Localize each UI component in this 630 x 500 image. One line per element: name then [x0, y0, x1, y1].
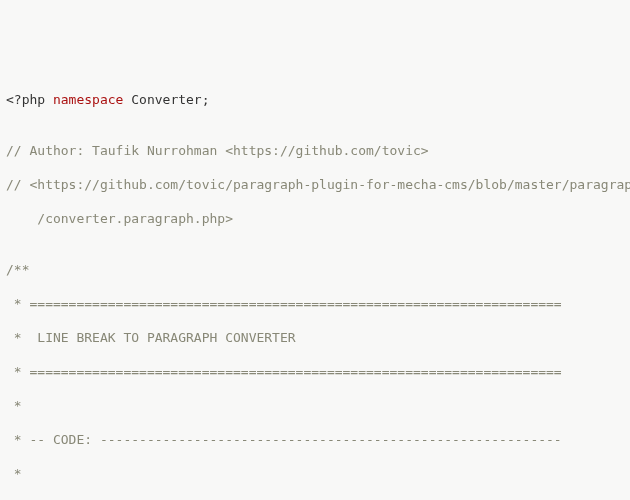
keyword-namespace: namespace — [53, 92, 123, 107]
code-line: * ======================================… — [6, 295, 624, 312]
code-line: * -- CODE: -----------------------------… — [6, 431, 624, 448]
code-viewer: <?php namespace Converter; // Author: Ta… — [6, 74, 624, 500]
code-line: * — [6, 397, 624, 414]
code-line: /** — [6, 261, 624, 278]
code-line: /converter.paragraph.php> — [6, 210, 624, 227]
code-line: * — [6, 465, 624, 482]
code-line: // Author: Taufik Nurrohman <https://git… — [6, 142, 624, 159]
php-open-tag: <?php — [6, 92, 45, 107]
code-line: * LINE BREAK TO PARAGRAPH CONVERTER — [6, 329, 624, 346]
code-line: // <https://github.com/tovic/paragraph-p… — [6, 176, 624, 193]
code-line: <?php namespace Converter; — [6, 91, 624, 108]
code-line: * ======================================… — [6, 363, 624, 380]
